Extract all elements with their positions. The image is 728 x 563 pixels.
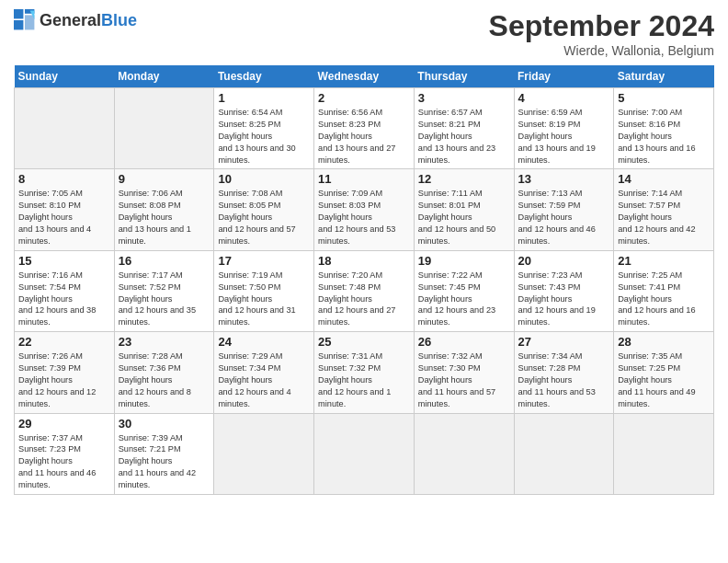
day-number: 24: [218, 335, 310, 349]
table-row: 3 Sunrise: 6:57 AMSunset: 8:21 PMDayligh…: [414, 88, 514, 169]
day-detail: Sunrise: 6:56 AMSunset: 8:23 PMDaylight …: [318, 108, 395, 165]
day-detail: Sunrise: 7:00 AMSunset: 8:16 PMDaylight …: [618, 108, 695, 165]
table-row: 22 Sunrise: 7:26 AMSunset: 7:39 PMDaylig…: [15, 332, 115, 413]
day-number: 19: [418, 254, 510, 268]
day-number: 25: [318, 335, 410, 349]
table-row: 19 Sunrise: 7:22 AMSunset: 7:45 PMDaylig…: [414, 250, 514, 331]
title-block: September 2024 Wierde, Wallonia, Belgium: [489, 9, 714, 58]
day-number: 10: [218, 172, 310, 186]
table-row: 10 Sunrise: 7:08 AMSunset: 8:05 PMDaylig…: [214, 169, 314, 250]
day-detail: Sunrise: 7:25 AMSunset: 7:41 PMDaylight …: [618, 270, 695, 327]
table-row: 25 Sunrise: 7:31 AMSunset: 7:32 PMDaylig…: [314, 332, 415, 413]
day-detail: Sunrise: 7:16 AMSunset: 7:54 PMDaylight …: [18, 270, 96, 327]
day-number: 23: [119, 335, 210, 349]
svg-marker-3: [25, 15, 34, 29]
col-saturday: Saturday: [614, 65, 714, 88]
day-number: 9: [119, 172, 210, 186]
header: GeneralBlue September 2024 Wierde, Wallo…: [14, 9, 714, 58]
table-row: 2 Sunrise: 6:56 AMSunset: 8:23 PMDayligh…: [314, 88, 415, 169]
day-detail: Sunrise: 7:14 AMSunset: 7:57 PMDaylight …: [618, 189, 695, 246]
calendar-table: Sunday Monday Tuesday Wednesday Thursday…: [14, 65, 714, 495]
month-year: September 2024: [489, 9, 714, 43]
day-detail: Sunrise: 7:23 AMSunset: 7:43 PMDaylight …: [518, 270, 596, 327]
day-number: 27: [518, 335, 610, 349]
table-row: 20 Sunrise: 7:23 AMSunset: 7:43 PMDaylig…: [514, 250, 614, 331]
table-row: 26 Sunrise: 7:32 AMSunset: 7:30 PMDaylig…: [414, 332, 514, 413]
day-detail: Sunrise: 7:35 AMSunset: 7:25 PMDaylight …: [618, 351, 695, 408]
day-detail: Sunrise: 7:09 AMSunset: 8:03 PMDaylight …: [318, 189, 395, 246]
table-row: 16 Sunrise: 7:17 AMSunset: 7:52 PMDaylig…: [114, 250, 214, 331]
day-detail: Sunrise: 7:31 AMSunset: 7:32 PMDaylight …: [318, 351, 391, 408]
logo-icon: [14, 9, 36, 31]
day-detail: Sunrise: 7:06 AMSunset: 8:08 PMDaylight …: [119, 189, 191, 246]
day-detail: Sunrise: 7:22 AMSunset: 7:45 PMDaylight …: [418, 270, 495, 327]
table-row: 12 Sunrise: 7:11 AMSunset: 8:01 PMDaylig…: [414, 169, 514, 250]
day-number: 17: [218, 254, 310, 268]
svg-rect-2: [14, 20, 23, 29]
table-row: 23 Sunrise: 7:28 AMSunset: 7:36 PMDaylig…: [114, 332, 214, 413]
header-row: Sunday Monday Tuesday Wednesday Thursday…: [15, 65, 714, 88]
day-number: 29: [18, 417, 110, 431]
day-detail: Sunrise: 7:05 AMSunset: 8:10 PMDaylight …: [18, 189, 91, 246]
day-number: 18: [318, 254, 410, 268]
table-row: [614, 413, 714, 494]
table-row: 8 Sunrise: 7:05 AMSunset: 8:10 PMDayligh…: [15, 169, 115, 250]
day-number: 20: [518, 254, 610, 268]
svg-rect-0: [14, 9, 23, 18]
day-detail: Sunrise: 7:29 AMSunset: 7:34 PMDaylight …: [218, 351, 290, 408]
table-row: [414, 413, 514, 494]
table-row: 18 Sunrise: 7:20 AMSunset: 7:48 PMDaylig…: [314, 250, 415, 331]
location: Wierde, Wallonia, Belgium: [489, 43, 714, 58]
table-row: 21 Sunrise: 7:25 AMSunset: 7:41 PMDaylig…: [614, 250, 714, 331]
col-monday: Monday: [114, 65, 214, 88]
table-row: 24 Sunrise: 7:29 AMSunset: 7:34 PMDaylig…: [214, 332, 314, 413]
day-detail: Sunrise: 7:11 AMSunset: 8:01 PMDaylight …: [418, 189, 495, 246]
day-detail: Sunrise: 7:28 AMSunset: 7:36 PMDaylight …: [119, 351, 191, 408]
day-detail: Sunrise: 7:20 AMSunset: 7:48 PMDaylight …: [318, 270, 395, 327]
col-tuesday: Tuesday: [214, 65, 314, 88]
day-detail: Sunrise: 7:13 AMSunset: 7:59 PMDaylight …: [518, 189, 596, 246]
day-number: 4: [518, 91, 610, 105]
logo-blue-text: Blue: [101, 11, 137, 29]
week-row-3: 15 Sunrise: 7:16 AMSunset: 7:54 PMDaylig…: [15, 250, 714, 331]
table-row: 1 Sunrise: 6:54 AMSunset: 8:25 PMDayligh…: [214, 88, 314, 169]
day-number: 8: [18, 172, 110, 186]
table-row: [314, 413, 415, 494]
col-sunday: Sunday: [15, 65, 115, 88]
calendar-body: 1 Sunrise: 6:54 AMSunset: 8:25 PMDayligh…: [15, 88, 714, 495]
col-thursday: Thursday: [414, 65, 514, 88]
day-number: 30: [119, 417, 210, 431]
table-row: 14 Sunrise: 7:14 AMSunset: 7:57 PMDaylig…: [614, 169, 714, 250]
table-row: 9 Sunrise: 7:06 AMSunset: 8:08 PMDayligh…: [114, 169, 214, 250]
day-detail: Sunrise: 7:19 AMSunset: 7:50 PMDaylight …: [218, 270, 295, 327]
table-row: [15, 88, 115, 169]
day-detail: Sunrise: 6:54 AMSunset: 8:25 PMDaylight …: [218, 108, 295, 165]
day-detail: Sunrise: 7:08 AMSunset: 8:05 PMDaylight …: [218, 189, 295, 246]
logo-general-text: General: [40, 11, 101, 29]
page: GeneralBlue September 2024 Wierde, Wallo…: [0, 0, 728, 563]
table-row: 15 Sunrise: 7:16 AMSunset: 7:54 PMDaylig…: [15, 250, 115, 331]
col-friday: Friday: [514, 65, 614, 88]
table-row: 11 Sunrise: 7:09 AMSunset: 8:03 PMDaylig…: [314, 169, 415, 250]
week-row-5: 29 Sunrise: 7:37 AMSunset: 7:23 PMDaylig…: [15, 413, 714, 494]
table-row: 17 Sunrise: 7:19 AMSunset: 7:50 PMDaylig…: [214, 250, 314, 331]
table-row: 27 Sunrise: 7:34 AMSunset: 7:28 PMDaylig…: [514, 332, 614, 413]
col-wednesday: Wednesday: [314, 65, 415, 88]
day-detail: Sunrise: 6:59 AMSunset: 8:19 PMDaylight …: [518, 108, 596, 165]
table-row: [114, 88, 214, 169]
table-row: 29 Sunrise: 7:37 AMSunset: 7:23 PMDaylig…: [15, 413, 115, 494]
table-row: 30 Sunrise: 7:39 AMSunset: 7:21 PMDaylig…: [114, 413, 214, 494]
day-number: 12: [418, 172, 510, 186]
table-row: [514, 413, 614, 494]
day-detail: Sunrise: 7:34 AMSunset: 7:28 PMDaylight …: [518, 351, 596, 408]
day-number: 15: [18, 254, 110, 268]
day-detail: Sunrise: 7:26 AMSunset: 7:39 PMDaylight …: [18, 351, 96, 408]
day-number: 16: [119, 254, 210, 268]
day-number: 14: [618, 172, 710, 186]
table-row: 5 Sunrise: 7:00 AMSunset: 8:16 PMDayligh…: [614, 88, 714, 169]
week-row-2: 8 Sunrise: 7:05 AMSunset: 8:10 PMDayligh…: [15, 169, 714, 250]
week-row-4: 22 Sunrise: 7:26 AMSunset: 7:39 PMDaylig…: [15, 332, 714, 413]
day-number: 11: [318, 172, 410, 186]
day-detail: Sunrise: 7:37 AMSunset: 7:23 PMDaylight …: [18, 433, 96, 490]
day-number: 5: [618, 91, 710, 105]
